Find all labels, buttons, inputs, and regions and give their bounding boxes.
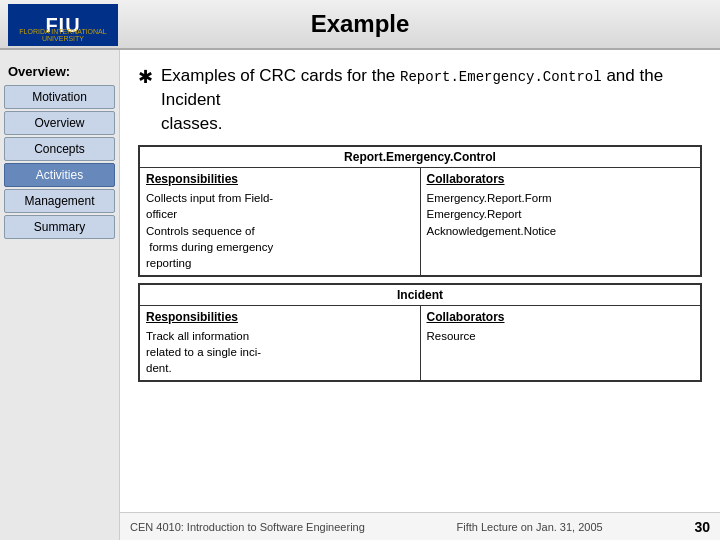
intro-code: Report.Emergency.Control — [400, 69, 602, 85]
sidebar-item-activities[interactable]: Activities — [4, 163, 115, 187]
intro-line2: and the — [606, 66, 663, 85]
sidebar-overview-label: Overview: — [0, 60, 119, 83]
crc-table-report-body: Responsibilities Collects input from Fie… — [140, 168, 700, 274]
crc-table-report-col2-content: Emergency.Report.Form Emergency.Report A… — [427, 190, 695, 238]
sidebar-item-management[interactable]: Management — [4, 189, 115, 213]
crc-table-incident-body: Responsibilities Track all information r… — [140, 306, 700, 380]
footer: CEN 4010: Introduction to Software Engin… — [120, 512, 720, 540]
crc-table-report-col1-content: Collects input from Field-officer Contro… — [146, 190, 414, 270]
header-title: Example — [311, 10, 410, 38]
sidebar-item-motivation[interactable]: Motivation — [4, 85, 115, 109]
crc-table-incident-col2-content: Resource — [427, 328, 695, 344]
logo-area: FIU FLORIDA INTERNATIONAL UNIVERSITY — [8, 4, 118, 46]
crc-table-incident: Incident Responsibilities Track all info… — [138, 283, 702, 382]
sidebar-item-summary[interactable]: Summary — [4, 215, 115, 239]
crc-table-report-col2-header: Collaborators — [427, 172, 695, 186]
intro-line1: Examples of CRC cards for the — [161, 66, 400, 85]
crc-table-incident-col2: Collaborators Resource — [421, 306, 701, 380]
crc-table-incident-col1-content: Track all information related to a singl… — [146, 328, 414, 376]
crc-table-incident-col2-header: Collaborators — [427, 310, 695, 324]
content-area: ✱ Examples of CRC cards for the Report.E… — [120, 50, 720, 540]
crc-table-report-header: Report.Emergency.Control — [140, 147, 700, 168]
crc-table-incident-col1-header: Responsibilities — [146, 310, 414, 324]
intro-incident: Incident — [161, 90, 221, 109]
sidebar: Overview: Motivation Overview Concepts A… — [0, 50, 120, 540]
crc-table-report-col1: Responsibilities Collects input from Fie… — [140, 168, 421, 274]
footer-course: CEN 4010: Introduction to Software Engin… — [130, 521, 365, 533]
sidebar-item-concepts[interactable]: Concepts — [4, 137, 115, 161]
intro-text: Examples of CRC cards for the Report.Eme… — [161, 64, 702, 135]
crc-table-incident-header: Incident — [140, 285, 700, 306]
intro-section: ✱ Examples of CRC cards for the Report.E… — [138, 64, 702, 135]
header: FIU FLORIDA INTERNATIONAL UNIVERSITY Exa… — [0, 0, 720, 50]
footer-lecture: Fifth Lecture on Jan. 31, 2005 — [457, 521, 603, 533]
main-layout: Overview: Motivation Overview Concepts A… — [0, 50, 720, 540]
crc-table-report: Report.Emergency.Control Responsibilitie… — [138, 145, 702, 276]
sidebar-item-overview[interactable]: Overview — [4, 111, 115, 135]
crc-table-report-col1-header: Responsibilities — [146, 172, 414, 186]
crc-table-report-col2: Collaborators Emergency.Report.Form Emer… — [421, 168, 701, 274]
page-number: 30 — [694, 519, 710, 535]
logo-subtitle: FLORIDA INTERNATIONAL UNIVERSITY — [8, 28, 118, 42]
crc-table-incident-col1: Responsibilities Track all information r… — [140, 306, 421, 380]
bullet-icon: ✱ — [138, 66, 153, 88]
intro-end: classes. — [161, 114, 222, 133]
